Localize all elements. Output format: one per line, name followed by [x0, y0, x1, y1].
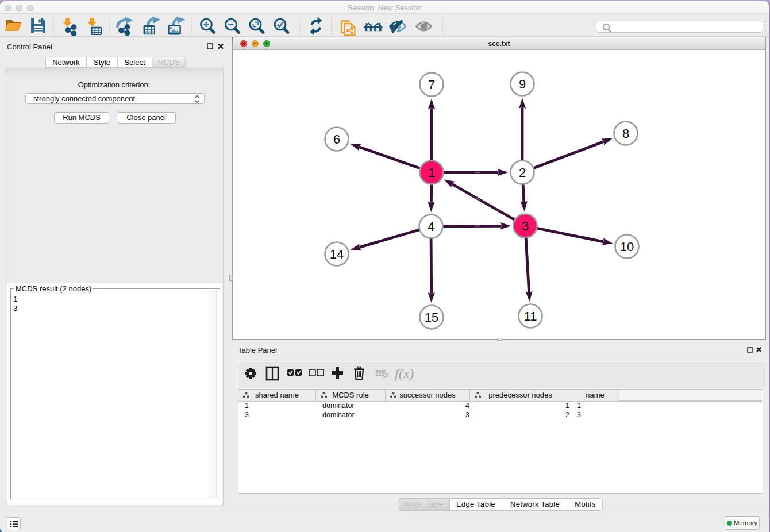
- svg-text:3: 3: [522, 219, 529, 233]
- svg-text:6: 6: [333, 132, 340, 147]
- svg-text:f(x): f(x): [395, 366, 414, 381]
- svg-text:14: 14: [330, 247, 344, 261]
- svg-text:11: 11: [524, 309, 537, 323]
- svg-text:15: 15: [425, 310, 438, 325]
- svg-text:1: 1: [428, 165, 435, 180]
- svg-text:9: 9: [519, 77, 526, 91]
- svg-text:4: 4: [428, 219, 434, 234]
- svg-text:10: 10: [620, 240, 634, 254]
- svg-text:8: 8: [622, 126, 629, 141]
- svg-text:2: 2: [519, 165, 526, 180]
- svg-text:7: 7: [428, 78, 435, 92]
